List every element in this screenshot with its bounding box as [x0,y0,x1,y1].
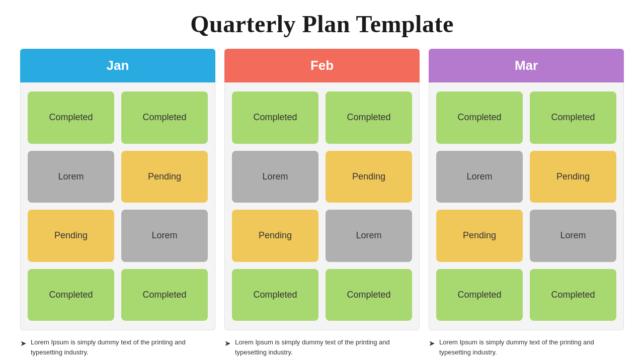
column-header-jan: Jan [20,49,215,82]
arrow-icon: ➤ [224,338,231,349]
column-feb: FebCompletedCompletedLoremPendingPending… [224,49,420,330]
tag-mar-4[interactable]: Pending [436,210,523,262]
tag-jan-0[interactable]: Completed [28,92,114,144]
tag-feb-0[interactable]: Completed [232,92,318,144]
footer-row: ➤Lorem Ipsum is simply dummy text of the… [20,337,624,357]
tag-feb-5[interactable]: Lorem [326,210,412,262]
column-body-jan: CompletedCompletedLoremPendingPendingLor… [20,82,215,330]
footer-text-jan: Lorem Ipsum is simply dummy text of the … [31,337,215,357]
tag-mar-0[interactable]: Completed [436,92,523,144]
tag-mar-5[interactable]: Lorem [530,210,616,262]
tag-feb-6[interactable]: Completed [232,269,318,321]
column-header-mar: Mar [429,49,624,82]
tag-mar-6[interactable]: Completed [436,269,523,321]
tag-jan-4[interactable]: Pending [28,210,114,262]
tag-feb-1[interactable]: Completed [326,92,412,144]
footer-col-mar: ➤Lorem Ipsum is simply dummy text of the… [429,337,624,357]
tag-jan-6[interactable]: Completed [28,269,114,321]
arrow-icon: ➤ [429,338,435,349]
tag-jan-7[interactable]: Completed [121,269,208,321]
column-body-feb: CompletedCompletedLoremPendingPendingLor… [224,82,420,330]
tag-feb-4[interactable]: Pending [232,210,318,262]
footer-col-jan: ➤Lorem Ipsum is simply dummy text of the… [20,337,215,357]
tag-jan-2[interactable]: Lorem [28,151,114,203]
tag-mar-7[interactable]: Completed [530,269,616,321]
tag-mar-3[interactable]: Pending [530,151,616,203]
page-title: Quarterly Plan Template [190,10,453,38]
columns-container: JanCompletedCompletedLoremPendingPending… [20,49,624,330]
tag-feb-3[interactable]: Pending [326,151,412,203]
tag-jan-3[interactable]: Pending [121,151,208,203]
tag-jan-1[interactable]: Completed [121,92,208,144]
footer-text-mar: Lorem Ipsum is simply dummy text of the … [439,337,624,357]
tag-mar-1[interactable]: Completed [530,92,616,144]
column-mar: MarCompletedCompletedLoremPendingPending… [429,49,624,330]
tag-mar-2[interactable]: Lorem [436,151,523,203]
column-header-feb: Feb [224,49,420,82]
tag-feb-7[interactable]: Completed [326,269,412,321]
column-body-mar: CompletedCompletedLoremPendingPendingLor… [429,82,624,330]
tag-jan-5[interactable]: Lorem [121,210,208,262]
footer-col-feb: ➤Lorem Ipsum is simply dummy text of the… [224,337,420,357]
tag-feb-2[interactable]: Lorem [232,151,318,203]
arrow-icon: ➤ [20,338,27,349]
footer-text-feb: Lorem Ipsum is simply dummy text of the … [235,337,420,357]
column-jan: JanCompletedCompletedLoremPendingPending… [20,49,215,330]
